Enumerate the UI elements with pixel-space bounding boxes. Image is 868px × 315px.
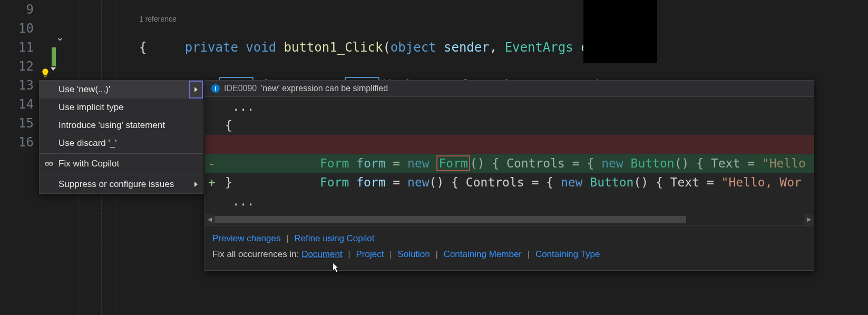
fix-scope-solution-link[interactable]: Solution [397, 249, 430, 259]
fix-all-label: Fix all occurrences in: [212, 249, 299, 259]
line-number: 13 [0, 76, 34, 95]
qa-item-label: Use 'new(...)' [58, 84, 110, 94]
qa-item-label: Introduce 'using' statement [58, 120, 165, 130]
preview-footer: Preview changes | Refine using Copilot F… [205, 225, 814, 270]
qa-item-suppress[interactable]: Suppress or configure issues [40, 175, 203, 193]
line-number-gutter: 9 10 11 12 13 14 15 16 [0, 0, 38, 152]
line-number: 16 [0, 133, 34, 152]
qa-item-label: Use implicit type [58, 102, 124, 112]
menu-divider [40, 174, 203, 174]
diff-added-line: + Form form = new() { Controls = { new B… [205, 154, 814, 173]
qa-item-label: Suppress or configure issues [58, 179, 174, 189]
svg-rect-1 [44, 76, 47, 77]
submenu-arrow-icon [194, 182, 198, 187]
quick-actions-menu: Use 'new(...)' Use implicit type Introdu… [39, 80, 203, 194]
fix-scope-document-link[interactable]: Document [301, 249, 342, 259]
lightbulb-icon[interactable] [39, 66, 52, 79]
scroll-right-icon[interactable]: ▶ [804, 214, 814, 225]
fix-scope-project-link[interactable]: Project [356, 249, 384, 259]
line-number: 11 [0, 38, 34, 57]
line-number: 14 [0, 95, 34, 114]
qa-item-label: Fix with Copilot [58, 159, 119, 169]
svg-rect-0 [44, 76, 47, 76]
menu-divider [40, 153, 203, 154]
preview-header: i IDE0090 'new' expression can be simpli… [205, 81, 814, 97]
lightbulb-dropdown-arrow-icon[interactable] [51, 67, 56, 71]
line-number: 9 [0, 0, 34, 19]
scroll-left-icon[interactable]: ◀ [205, 214, 214, 225]
diff-deleted-line: - Form form = new Form() { Controls = { … [205, 135, 814, 154]
diagnostic-code: IDE0090 [224, 84, 257, 93]
qa-item-label: Use discard '_' [58, 138, 116, 148]
svg-point-5 [51, 163, 52, 164]
submenu-arrow-icon[interactable] [189, 81, 203, 99]
scroll-track[interactable] [214, 214, 804, 225]
qa-item-introduce-using[interactable]: Introduce 'using' statement [40, 116, 203, 134]
refine-copilot-link[interactable]: Refine using Copilot [294, 233, 374, 243]
svg-point-4 [46, 163, 47, 164]
diagnostic-message: 'new' expression can be simplified [261, 84, 388, 93]
qa-item-use-new[interactable]: Use 'new(...)' [40, 81, 203, 99]
preview-changes-link[interactable]: Preview changes [212, 233, 280, 243]
change-indicator [52, 47, 56, 66]
copilot-icon [44, 159, 54, 169]
code-body[interactable]: private void button1_Click(object sender… [69, 0, 868, 76]
line-number: 15 [0, 114, 34, 133]
line-number: 12 [0, 57, 34, 76]
line-number: 10 [0, 19, 34, 38]
scroll-thumb[interactable] [214, 216, 686, 223]
code-fix-preview-panel: i IDE0090 'new' expression can be simpli… [204, 80, 814, 271]
fix-scope-member-link[interactable]: Containing Member [444, 249, 522, 259]
info-icon: i [211, 84, 220, 93]
fold-chevron-icon[interactable]: ⌄ [56, 32, 64, 43]
qa-item-fix-copilot[interactable]: Fix with Copilot [40, 155, 203, 173]
qa-item-use-discard[interactable]: Use discard '_' [40, 134, 203, 152]
diff-body[interactable]: ... { - Form form = new Form() { Control… [205, 97, 814, 214]
editor-split-shadow [583, 0, 657, 63]
qa-item-implicit-type[interactable]: Use implicit type [40, 99, 203, 116]
fix-scope-type-link[interactable]: Containing Type [535, 249, 600, 259]
horizontal-scrollbar[interactable]: ◀ ▶ [205, 214, 814, 225]
